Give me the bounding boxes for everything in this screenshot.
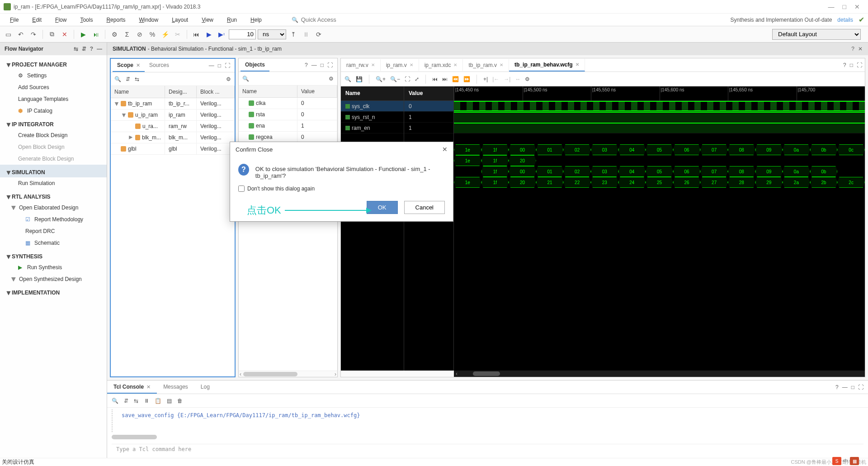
menu-reports[interactable]: Reports	[100, 15, 132, 25]
table-row[interactable]: ena1	[239, 120, 337, 132]
pause-icon[interactable]: ⏸	[144, 398, 149, 404]
nav-item[interactable]: Language Templates	[0, 93, 107, 105]
cancel-icon[interactable]: ⊘	[134, 29, 145, 40]
restore-icon[interactable]: ⛶	[225, 62, 230, 69]
expand-all-icon[interactable]: ⇆	[135, 76, 139, 82]
bus-row[interactable]: 1f000102030405060708090a0b	[454, 166, 865, 177]
nav-item[interactable]: ⯆ Open Synthesized Design	[0, 273, 107, 285]
undo-icon[interactable]: ↶	[15, 29, 26, 40]
col-design[interactable]: Desig...	[165, 86, 197, 98]
save-icon[interactable]: 💾	[356, 76, 363, 82]
help-icon[interactable]: ?	[305, 62, 308, 68]
collapse-all-icon[interactable]: ⇵	[126, 76, 130, 82]
maximize-icon[interactable]: □	[851, 384, 854, 390]
maximize-icon[interactable]: □	[321, 62, 324, 68]
col-name[interactable]: Name	[111, 86, 165, 98]
maximize-icon[interactable]: □	[218, 62, 221, 69]
bus-row[interactable]: 1e1f202122232425262728292a2b2c	[454, 177, 865, 188]
quick-access-search[interactable]: 🔍	[292, 16, 355, 23]
bus-row[interactable]: 1e1f000102030405060708090a0b0c	[454, 144, 865, 155]
menu-window[interactable]: Window	[132, 15, 165, 25]
expand-icon[interactable]: ⇆	[134, 398, 138, 404]
scrollbar-names[interactable]	[341, 371, 454, 377]
close-icon[interactable]: ✕	[410, 62, 413, 67]
gear-icon[interactable]: ⚙	[525, 76, 530, 82]
gear-icon[interactable]: ⚙	[226, 76, 231, 82]
table-row[interactable]: clka0	[239, 98, 337, 109]
nav-item[interactable]: Open Block Design	[0, 141, 107, 153]
signal-name[interactable]: ram_en	[341, 123, 404, 133]
file-tab[interactable]: tb_ip_ram.v✕	[463, 59, 509, 71]
search-icon[interactable]: 🔍	[112, 398, 118, 404]
help-icon[interactable]: ?	[843, 62, 846, 68]
nav-item[interactable]: ▶Run Synthesis	[0, 262, 107, 273]
copy-icon[interactable]: ⧉	[47, 29, 57, 40]
restore-icon[interactable]: ⛶	[327, 62, 333, 68]
search-icon[interactable]: 🔍	[114, 76, 121, 82]
step-over-icon[interactable]: ⤒	[288, 29, 299, 40]
table-row[interactable]: glblglblVerilog...	[111, 143, 235, 155]
step-icon[interactable]: ⏯	[90, 29, 101, 40]
nav-item[interactable]: ⯆ Open Elaborated Design	[0, 202, 107, 214]
menu-edit[interactable]: Edit	[26, 15, 48, 25]
scrollbar-wave[interactable]: ‹	[454, 371, 865, 377]
swap-icon[interactable]: ↔	[515, 76, 520, 82]
add-marker-icon[interactable]: +|	[483, 76, 488, 82]
zoom-cursor-icon[interactable]: ⤢	[415, 76, 419, 82]
run-icon[interactable]: ▶	[78, 29, 89, 40]
nav-group[interactable]: PROJECT MANAGER	[0, 57, 107, 70]
signal-name[interactable]: sys_clk	[341, 101, 404, 112]
collapse-icon[interactable]: ⇆	[74, 46, 78, 52]
nav-item[interactable]: Generate Block Design	[0, 153, 107, 165]
close-sim-icon[interactable]: ✕	[858, 46, 863, 52]
ime-icon[interactable]: S	[832, 457, 841, 465]
nav-item[interactable]: Report DRC	[0, 225, 107, 237]
dont-show-checkbox[interactable]	[238, 185, 245, 192]
close-icon[interactable]: ✕	[453, 62, 457, 67]
menu-view[interactable]: View	[195, 15, 220, 25]
gear-icon[interactable]: ⚙	[329, 76, 334, 82]
nav-group[interactable]: SIMULATION	[0, 165, 107, 177]
ime-lang[interactable]: 中	[843, 458, 848, 465]
ime-mode-icon[interactable]: ▦	[850, 457, 859, 465]
prev-marker-icon[interactable]: |←	[492, 76, 499, 82]
sigma-icon[interactable]: Σ	[122, 29, 132, 40]
nav-group[interactable]: SYNTHESIS	[0, 249, 107, 262]
close-icon[interactable]: ✕	[136, 62, 140, 68]
nav-item[interactable]: Run Simulation	[0, 177, 107, 189]
layout-select[interactable]: Default Layout	[772, 29, 861, 40]
help-icon[interactable]: ?	[835, 384, 839, 390]
help-icon[interactable]: ?	[90, 46, 93, 52]
clipboard-icon[interactable]: 📋	[155, 398, 161, 404]
close-icon[interactable]: ✕	[371, 62, 375, 67]
collapse-icon[interactable]: ⇵	[124, 398, 128, 404]
menu-layout[interactable]: Layout	[165, 15, 194, 25]
tab-sources[interactable]: Sources	[145, 59, 174, 72]
tab-log[interactable]: Log	[194, 381, 216, 394]
maximize-icon[interactable]: □	[850, 62, 853, 68]
zoom-in-icon[interactable]: 🔍+	[376, 76, 386, 82]
close-icon[interactable]: ✕	[576, 62, 579, 67]
menu-run[interactable]: Run	[221, 15, 243, 25]
nav-group[interactable]: IP INTEGRATOR	[0, 117, 107, 129]
next-tr-icon[interactable]: ⏩	[463, 76, 470, 82]
file-tab[interactable]: ram_rw.v✕	[341, 59, 381, 71]
quick-access-input[interactable]	[301, 16, 355, 23]
maximize-icon[interactable]: □	[843, 3, 846, 10]
col-block[interactable]: Block ...	[197, 86, 235, 98]
sim-time-input[interactable]	[229, 29, 256, 39]
new-icon[interactable]: ▭	[3, 29, 14, 40]
reload-icon[interactable]: ⟳	[313, 29, 324, 40]
minimize-icon[interactable]: —	[842, 384, 848, 390]
zoom-out-icon[interactable]: 🔍−	[390, 76, 400, 82]
nav-group[interactable]: IMPLEMENTATION	[0, 285, 107, 298]
prev-edge-icon[interactable]: ⏮	[432, 76, 438, 82]
nav-group[interactable]: RTL ANALYSIS	[0, 189, 107, 202]
table-row[interactable]: ⯆tb_ip_ramtb_ip_r...Verilog...	[111, 98, 235, 109]
restore-icon[interactable]: ⛶	[857, 62, 862, 68]
close-icon[interactable]: ✕	[854, 3, 860, 10]
pause-icon[interactable]: ⏸	[301, 29, 311, 40]
nav-item[interactable]: ⬢IP Catalog	[0, 105, 107, 117]
prev-tr-icon[interactable]: ⏪	[452, 76, 459, 82]
nav-item[interactable]: Add Sources	[0, 81, 107, 93]
